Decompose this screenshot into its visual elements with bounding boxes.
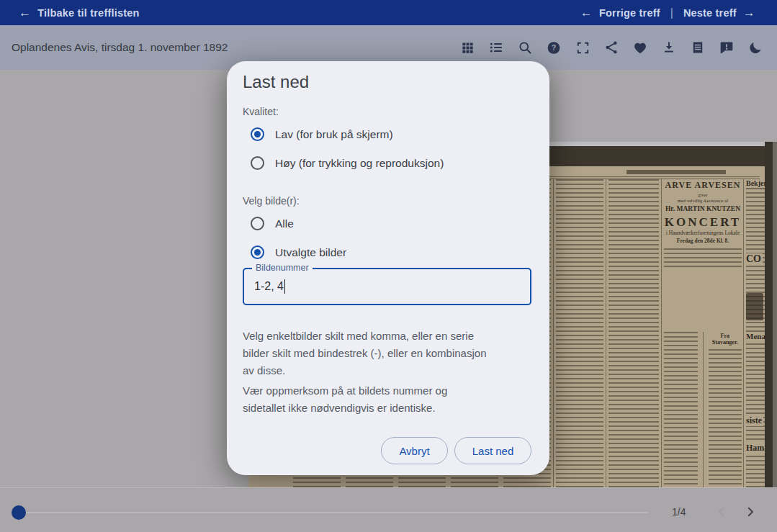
next-hit-label: Neste treff bbox=[683, 7, 737, 19]
share-icon[interactable] bbox=[604, 40, 619, 55]
next-hit-button[interactable]: Neste treff → bbox=[683, 6, 755, 19]
quality-low-label: Lav (for bruk på skjerm) bbox=[275, 128, 393, 141]
select-images-group-label: Velg bilde(r): bbox=[243, 195, 300, 207]
image-number-input[interactable]: 1-2, 4 bbox=[243, 268, 531, 305]
page-slider-track[interactable] bbox=[25, 512, 648, 513]
select-option-all[interactable]: Alle bbox=[251, 217, 294, 230]
column-rule bbox=[661, 179, 662, 529]
subhead: Fra Stavanger. bbox=[709, 332, 742, 346]
notice-headline: ARVE ARVESEN bbox=[664, 181, 742, 191]
radio-selected-icon[interactable] bbox=[251, 245, 264, 259]
quality-option-high[interactable]: Høy (for trykking og reproduksjon) bbox=[251, 156, 444, 170]
back-to-results-button[interactable]: ← Tilbake til trefflisten bbox=[19, 6, 140, 19]
newspaper-column-clipped: Bekjen CO Menage siste Hamar bbox=[746, 179, 765, 529]
download-icon[interactable] bbox=[662, 40, 676, 55]
back-to-results-label: Tilbake til trefflisten bbox=[37, 7, 139, 19]
toolbar-icons: ? bbox=[460, 40, 777, 55]
notice-paragraph bbox=[664, 248, 742, 269]
help-icon[interactable]: ? bbox=[547, 40, 561, 55]
quality-option-low[interactable]: Lav (for bruk på skjerm) bbox=[251, 127, 393, 141]
notice-date: Fredag den 28de Kl. 8. bbox=[664, 238, 742, 245]
page-navigation-bar: 1/4 bbox=[0, 487, 777, 532]
select-option-chosen[interactable]: Utvalgte bilder bbox=[251, 245, 346, 259]
next-arrow-icon: → bbox=[743, 6, 755, 19]
dialog-title: Last ned bbox=[243, 72, 309, 92]
notice-line: giver bbox=[664, 192, 742, 197]
back-arrow-icon: ← bbox=[19, 6, 31, 19]
help-text-2: Vær oppmerksom på at bildets nummer og s… bbox=[243, 382, 488, 417]
grid-view-icon[interactable] bbox=[460, 40, 475, 55]
newspaper-column bbox=[608, 179, 659, 529]
previous-arrow-icon: ← bbox=[580, 6, 593, 19]
previous-page-chevron-icon[interactable] bbox=[714, 504, 729, 520]
radio-unselected-icon[interactable] bbox=[251, 156, 264, 170]
page-indicator: 1/4 bbox=[672, 506, 686, 518]
fullscreen-icon[interactable] bbox=[575, 40, 590, 55]
search-icon[interactable] bbox=[518, 40, 532, 55]
column-rule bbox=[553, 179, 554, 529]
fragment-text: CO bbox=[746, 253, 763, 265]
fragment-text: Menage bbox=[746, 332, 765, 341]
image-number-input-label: Bildenummer bbox=[252, 263, 313, 273]
concert-notice-column: ARVE ARVESEN giver med velvillig Assista… bbox=[664, 179, 742, 529]
next-page-chevron-icon[interactable] bbox=[742, 504, 758, 520]
document-title: Oplandenes Avis, tirsdag 1. november 189… bbox=[0, 41, 228, 54]
divider: | bbox=[670, 6, 673, 19]
text-view-icon[interactable] bbox=[691, 40, 705, 55]
viewer-app: ← Tilbake til trefflisten ← Forrige tref… bbox=[0, 0, 777, 532]
fragment-text: siste bbox=[746, 415, 763, 426]
feedback-icon[interactable] bbox=[719, 40, 734, 55]
radio-unselected-icon[interactable] bbox=[251, 217, 264, 230]
previous-hit-label: Forrige treff bbox=[599, 7, 660, 19]
notice-venue: i Haandværkerforeningens Lokale bbox=[664, 230, 742, 237]
download-dialog: Last ned Kvalitet: Lav (for bruk på skje… bbox=[227, 61, 549, 475]
radio-selected-icon[interactable] bbox=[251, 127, 264, 141]
cancel-button[interactable]: Avbryt bbox=[381, 437, 448, 464]
top-navigation-bar: ← Tilbake til trefflisten ← Forrige tref… bbox=[0, 0, 777, 25]
column-rule bbox=[606, 179, 606, 529]
newspaper-column bbox=[556, 179, 603, 529]
fragment-text: Hamar bbox=[746, 443, 765, 454]
text-caret bbox=[284, 279, 286, 294]
download-confirm-button[interactable]: Last ned bbox=[454, 437, 531, 464]
masthead-text-bar bbox=[626, 170, 726, 174]
select-all-label: Alle bbox=[275, 217, 294, 230]
dialog-actions: Avbryt Last ned bbox=[381, 437, 531, 464]
select-chosen-label: Utvalgte bilder bbox=[275, 246, 346, 259]
fragment-text: Bekjen bbox=[746, 179, 765, 187]
dark-mode-moon-icon[interactable] bbox=[748, 40, 763, 55]
scan-gutter bbox=[765, 142, 777, 532]
previous-hit-button[interactable]: ← Forrige treff bbox=[580, 6, 660, 19]
illustration-fragment bbox=[746, 293, 763, 320]
image-number-value: 1-2, 4 bbox=[254, 280, 284, 293]
column-rule bbox=[743, 179, 744, 529]
list-view-icon[interactable] bbox=[489, 40, 503, 55]
favorite-heart-icon[interactable] bbox=[633, 40, 647, 55]
notice-performer: Hr. MARTIN KNUTZEN bbox=[664, 205, 742, 213]
notice-line: med velvillig Assistance af bbox=[664, 198, 742, 203]
quality-group-label: Kvalitet: bbox=[243, 106, 279, 117]
svg-text:?: ? bbox=[552, 43, 557, 52]
quality-high-label: Høy (for trykking og reproduksjon) bbox=[275, 157, 444, 170]
notice-title: KONCERT bbox=[664, 215, 742, 230]
help-text-1: Velg enkeltbilder skilt med komma, eller… bbox=[243, 328, 488, 379]
page-slider-thumb[interactable] bbox=[12, 505, 26, 520]
